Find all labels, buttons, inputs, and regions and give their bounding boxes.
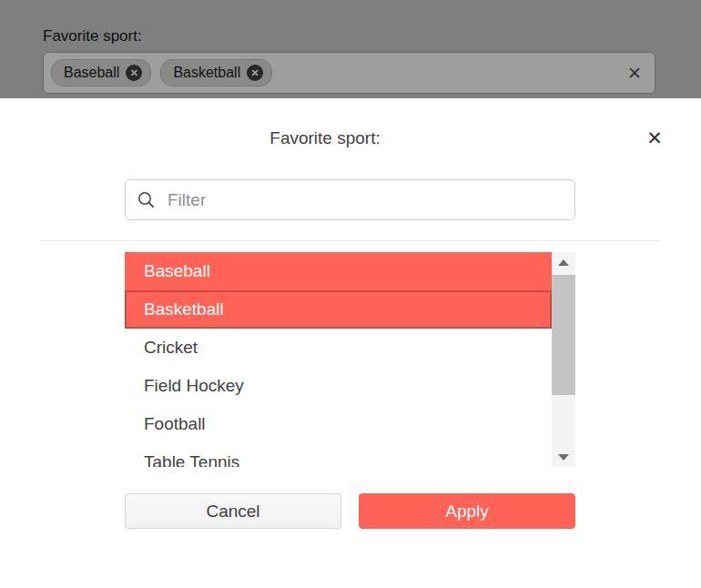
cancel-button[interactable]: Cancel xyxy=(125,493,341,529)
scroll-up-icon[interactable] xyxy=(552,252,575,272)
option-list: Baseball Basketball Cricket Field Hockey xyxy=(125,252,575,467)
list-item[interactable]: Football xyxy=(125,405,552,443)
divider xyxy=(41,240,660,241)
option-items: Baseball Basketball Cricket Field Hockey xyxy=(125,252,552,467)
list-item-label: Football xyxy=(144,414,206,433)
sheet-title: Favorite sport: xyxy=(0,128,650,148)
list-item[interactable]: Baseball xyxy=(125,252,552,290)
list-item[interactable]: Cricket xyxy=(125,329,552,367)
button-row: Cancel Apply xyxy=(125,493,575,529)
filter-field xyxy=(125,179,575,220)
scrollbar[interactable] xyxy=(552,252,575,467)
search-icon xyxy=(137,190,157,210)
list-item[interactable]: Field Hockey xyxy=(125,367,552,405)
list-item-label: Field Hockey xyxy=(144,376,244,395)
screen: Favorite sport: Baseball ✕ Basketball ✕ … xyxy=(0,0,701,588)
list-item-label: Baseball xyxy=(144,261,210,280)
apply-button[interactable]: Apply xyxy=(359,493,575,529)
list-item-label: Table Tennis xyxy=(144,452,239,467)
list-item[interactable]: Table Tennis xyxy=(125,443,552,467)
list-item-label: Cricket xyxy=(144,338,198,357)
action-sheet: Favorite sport: ✕ Baseball Basketball xyxy=(0,98,701,588)
filter-input[interactable] xyxy=(166,181,571,218)
list-item[interactable]: Basketball xyxy=(125,290,552,329)
scrollbar-thumb[interactable] xyxy=(552,275,575,395)
close-icon[interactable]: ✕ xyxy=(643,127,666,150)
list-item-label: Basketball xyxy=(144,299,224,319)
scroll-down-icon[interactable] xyxy=(552,447,575,467)
